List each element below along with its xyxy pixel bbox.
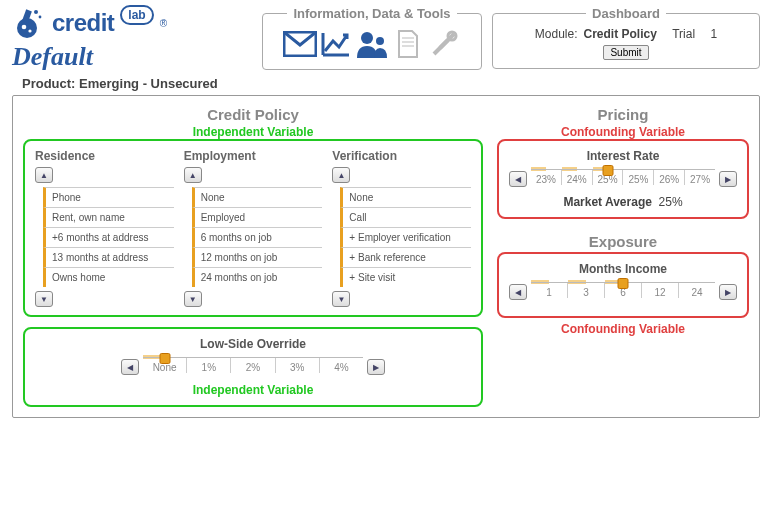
- slider-tick[interactable]: 24: [678, 283, 715, 298]
- criteria-employment: Employment▲NoneEmployed6 months on job12…: [184, 149, 323, 307]
- product-label: Product:: [22, 76, 75, 91]
- logo-lab: lab: [120, 5, 153, 25]
- market-avg-label: Market Average: [563, 195, 652, 209]
- criteria-down-button[interactable]: ▼: [35, 291, 53, 307]
- confounding-label-pricing: Confounding Variable: [497, 125, 749, 139]
- criteria-option[interactable]: 24 months on job: [192, 267, 323, 287]
- criteria-up-button[interactable]: ▲: [332, 167, 350, 183]
- mail-icon[interactable]: [283, 27, 317, 61]
- override-decrement[interactable]: ◀: [121, 359, 139, 375]
- independent-variable-label-top: Independent Variable: [23, 125, 483, 139]
- criteria-option[interactable]: 6 months on job: [192, 227, 323, 247]
- criteria-option[interactable]: Phone: [43, 187, 174, 207]
- svg-point-8: [376, 37, 384, 45]
- module-value: Credit Policy: [584, 27, 657, 41]
- months-decrement[interactable]: ◀: [509, 284, 527, 300]
- logo-area: credit lab ® Default: [12, 6, 252, 72]
- slider-tick[interactable]: 1: [531, 283, 567, 298]
- criteria-option[interactable]: Owns home: [43, 267, 174, 287]
- exposure-title: Exposure: [497, 233, 749, 250]
- criteria-option[interactable]: None: [340, 187, 471, 207]
- slider-tick[interactable]: 25%: [592, 170, 623, 185]
- svg-point-2: [34, 10, 38, 14]
- slider-tick[interactable]: 12: [641, 283, 678, 298]
- months-income-label: Months Income: [509, 262, 737, 276]
- criteria-option[interactable]: Call: [340, 207, 471, 227]
- slider-tick[interactable]: 6: [604, 283, 641, 298]
- rate-decrement[interactable]: ◀: [509, 171, 527, 187]
- criteria-option[interactable]: None: [192, 187, 323, 207]
- criteria-title: Employment: [184, 149, 323, 163]
- people-icon[interactable]: [355, 27, 389, 61]
- rate-increment[interactable]: ▶: [719, 171, 737, 187]
- criteria-option[interactable]: +6 months at address: [43, 227, 174, 247]
- criteria-title: Residence: [35, 149, 174, 163]
- slider-tick[interactable]: 26%: [653, 170, 684, 185]
- slider-tick[interactable]: 25%: [622, 170, 653, 185]
- svg-point-3: [39, 16, 42, 19]
- criteria-option[interactable]: 13 months at address: [43, 247, 174, 267]
- interest-rate-label: Interest Rate: [509, 149, 737, 163]
- override-increment[interactable]: ▶: [367, 359, 385, 375]
- svg-point-7: [361, 32, 373, 44]
- svg-point-4: [22, 25, 27, 30]
- registered-mark: ®: [160, 18, 167, 29]
- slider-tick[interactable]: 24%: [561, 170, 592, 185]
- slider-tick[interactable]: 3%: [275, 358, 319, 373]
- product-value: Emerging - Unsecured: [79, 76, 218, 91]
- pricing-title: Pricing: [497, 106, 749, 123]
- criteria-up-button[interactable]: ▲: [184, 167, 202, 183]
- tools-panel: Information, Data & Tools: [262, 6, 482, 70]
- dashboard-panel: Dashboard Module: Credit Policy Trial 1 …: [492, 6, 760, 69]
- override-title: Low-Side Override: [35, 337, 471, 351]
- tools-title: Information, Data & Tools: [287, 6, 456, 21]
- slider-tick[interactable]: 4%: [319, 358, 363, 373]
- criteria-down-button[interactable]: ▼: [184, 291, 202, 307]
- criteria-option[interactable]: Employed: [192, 207, 323, 227]
- document-icon[interactable]: [391, 27, 425, 61]
- criteria-option[interactable]: + Bank reference: [340, 247, 471, 267]
- module-label: Module:: [535, 27, 578, 41]
- slider-tick[interactable]: 27%: [684, 170, 715, 185]
- independent-variable-label-bottom: Independent Variable: [35, 383, 471, 397]
- criteria-option[interactable]: Rent, own name: [43, 207, 174, 227]
- dashboard-title: Dashboard: [586, 6, 666, 21]
- slider-tick[interactable]: 1%: [186, 358, 230, 373]
- svg-point-5: [28, 29, 31, 32]
- credit-policy-title: Credit Policy: [23, 106, 483, 123]
- slider-tick[interactable]: 3: [567, 283, 604, 298]
- criteria-up-button[interactable]: ▲: [35, 167, 53, 183]
- product-line: Product: Emerging - Unsecured: [22, 76, 772, 91]
- slider-tick[interactable]: 2%: [230, 358, 274, 373]
- override-section: Low-Side Override ◀ None1%2%3%4% ▶ Indep…: [23, 327, 483, 407]
- wrench-icon[interactable]: [427, 27, 461, 61]
- submit-button[interactable]: Submit: [603, 45, 648, 60]
- main-area: Credit Policy Independent Variable Resid…: [12, 95, 760, 418]
- trial-label: Trial: [672, 27, 695, 41]
- market-avg-value: 25%: [659, 195, 683, 209]
- trial-value: 1: [710, 27, 717, 41]
- criteria-verification: Verification▲NoneCall+ Employer verifica…: [332, 149, 471, 307]
- pricing-section: Pricing Confounding Variable Interest Ra…: [497, 106, 749, 219]
- criteria-option[interactable]: + Site visit: [340, 267, 471, 287]
- months-increment[interactable]: ▶: [719, 284, 737, 300]
- mode-label: Default: [12, 42, 252, 72]
- slider-tick[interactable]: 23%: [531, 170, 561, 185]
- criteria-option[interactable]: 12 months on job: [192, 247, 323, 267]
- credit-policy-section: Credit Policy Independent Variable Resid…: [23, 106, 483, 317]
- criteria-down-button[interactable]: ▼: [332, 291, 350, 307]
- criteria-title: Verification: [332, 149, 471, 163]
- criteria-residence: Residence▲PhoneRent, own name+6 months a…: [35, 149, 174, 307]
- criteria-option[interactable]: + Employer verification: [340, 227, 471, 247]
- flask-icon: [12, 6, 46, 40]
- confounding-label-exposure: Confounding Variable: [497, 322, 749, 336]
- trend-chart-icon[interactable]: [319, 27, 353, 61]
- logo-text: credit: [52, 9, 114, 37]
- slider-tick[interactable]: None: [143, 358, 186, 373]
- exposure-section: Exposure Months Income ◀ 1361224 ▶ Confo…: [497, 233, 749, 336]
